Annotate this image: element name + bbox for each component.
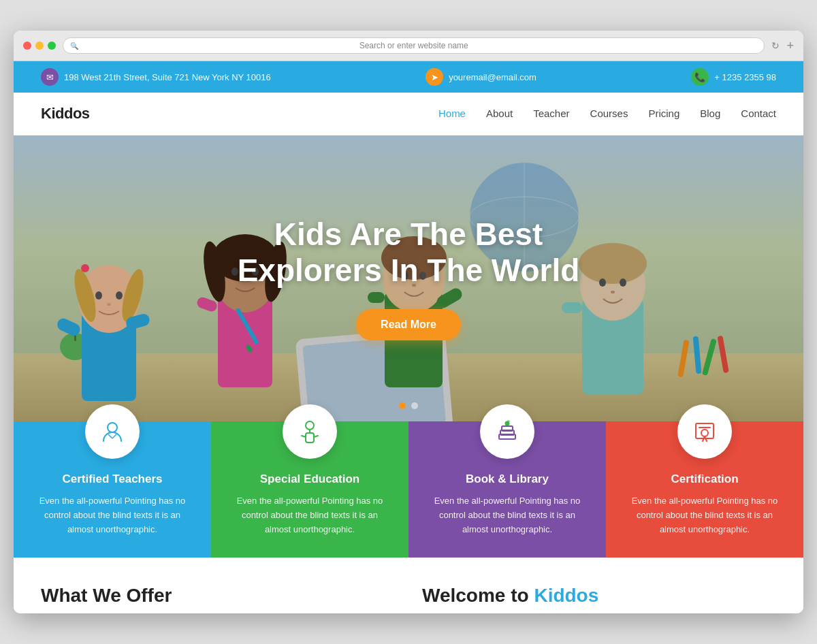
svg-point-54 bbox=[306, 421, 314, 430]
welcome-heading: Welcome to Kiddos bbox=[422, 585, 776, 607]
nav-link-contact[interactable]: Contact bbox=[741, 108, 776, 119]
browser-window: Search or enter website name ↻ + ✉ 198 W… bbox=[14, 31, 803, 613]
certification-icon-circle bbox=[677, 404, 732, 459]
new-tab-button[interactable]: + bbox=[786, 39, 794, 53]
topbar-phone-item: 📞 + 1235 2355 98 bbox=[691, 68, 776, 86]
svg-line-52 bbox=[108, 434, 112, 438]
svg-line-53 bbox=[112, 434, 116, 438]
nav-item-about[interactable]: About bbox=[486, 108, 513, 120]
hero-title-line2: Explorers In The World bbox=[238, 253, 580, 288]
certificate-icon bbox=[691, 418, 718, 445]
website-content: ✉ 198 West 21th Street, Suite 721 New Yo… bbox=[14, 61, 803, 613]
hero-content: Kids Are The Best Explorers In The World… bbox=[224, 203, 594, 354]
maximize-dot[interactable] bbox=[48, 42, 56, 50]
nav-link-blog[interactable]: Blog bbox=[700, 108, 720, 119]
certified-teachers-icon-circle bbox=[85, 404, 140, 459]
what-we-offer-heading: What We Offer bbox=[41, 585, 395, 607]
topbar-email: youremail@email.com bbox=[449, 72, 536, 82]
book-library-desc: Even the all-powerful Pointing has no co… bbox=[425, 494, 590, 536]
close-dot[interactable] bbox=[23, 42, 31, 50]
phone-icon: 📞 bbox=[691, 68, 709, 86]
topbar-phone: + 1235 2355 98 bbox=[714, 72, 776, 82]
nav-link-teacher[interactable]: Teacher bbox=[533, 108, 569, 119]
feature-card-special-education: Special Education Even the all-powerful … bbox=[211, 421, 408, 557]
nav-link-courses[interactable]: Courses bbox=[590, 108, 628, 119]
welcome-brand: Kiddos bbox=[534, 585, 598, 606]
hero-title-line1: Kids Are The Best bbox=[274, 216, 543, 252]
nav-link-pricing[interactable]: Pricing bbox=[648, 108, 679, 119]
topbar-email-item: ➤ youremail@email.com bbox=[426, 68, 536, 86]
minimize-dot[interactable] bbox=[35, 42, 44, 50]
feature-card-certified-teachers: Certified Teachers Even the all-powerful… bbox=[14, 421, 211, 557]
special-education-title: Special Education bbox=[227, 472, 392, 486]
certified-teachers-title: Certified Teachers bbox=[30, 472, 195, 486]
bottom-section: What We Offer Welcome to Kiddos bbox=[14, 558, 803, 613]
certification-desc: Even the all-powerful Pointing has no co… bbox=[622, 494, 787, 536]
welcome-section: Welcome to Kiddos bbox=[422, 585, 776, 607]
svg-rect-55 bbox=[306, 433, 314, 442]
topbar-address: 198 West 21th Street, Suite 721 New York… bbox=[64, 72, 271, 82]
hero-dot-1[interactable] bbox=[399, 402, 406, 409]
svg-point-62 bbox=[505, 421, 510, 426]
certified-teachers-desc: Even the all-powerful Pointing has no co… bbox=[30, 494, 195, 536]
nav-item-home[interactable]: Home bbox=[438, 108, 466, 120]
nav-item-blog[interactable]: Blog bbox=[700, 108, 720, 120]
browser-titlebar: Search or enter website name ↻ + bbox=[14, 31, 803, 61]
hero-read-more-button[interactable]: Read More bbox=[356, 309, 461, 340]
site-logo[interactable]: Kiddos bbox=[41, 105, 90, 123]
nav-links: Home About Teacher Courses Pricing Blog … bbox=[438, 108, 776, 120]
topbar: ✉ 198 West 21th Street, Suite 721 New Yo… bbox=[14, 61, 803, 93]
certification-title: Certification bbox=[622, 472, 787, 486]
address-icon: ✉ bbox=[41, 68, 59, 86]
special-education-desc: Even the all-powerful Pointing has no co… bbox=[227, 494, 392, 536]
what-we-offer-section: What We Offer bbox=[41, 585, 395, 607]
nav-item-pricing[interactable]: Pricing bbox=[648, 108, 679, 120]
nav-item-contact[interactable]: Contact bbox=[741, 108, 776, 120]
book-library-icon-circle bbox=[480, 404, 534, 459]
refresh-button[interactable]: ↻ bbox=[771, 40, 780, 51]
address-bar-text: Search or enter website name bbox=[359, 41, 468, 50]
nav-link-about[interactable]: About bbox=[486, 108, 513, 119]
topbar-address-item: ✉ 198 West 21th Street, Suite 721 New Yo… bbox=[41, 68, 271, 86]
books-icon bbox=[494, 418, 521, 445]
nav-item-courses[interactable]: Courses bbox=[590, 108, 628, 120]
special-education-icon-circle bbox=[283, 404, 337, 459]
book-library-title: Book & Library bbox=[425, 472, 590, 486]
email-icon: ➤ bbox=[426, 68, 443, 86]
svg-point-51 bbox=[108, 423, 117, 432]
svg-line-67 bbox=[705, 436, 707, 441]
feature-card-book-library: Book & Library Even the all-powerful Poi… bbox=[408, 421, 606, 557]
teacher-icon bbox=[99, 418, 126, 445]
hero-dots bbox=[399, 402, 418, 409]
features-section: Certified Teachers Even the all-powerful… bbox=[14, 421, 803, 557]
svg-point-64 bbox=[701, 430, 708, 436]
nav-link-home[interactable]: Home bbox=[438, 108, 466, 119]
student-icon bbox=[296, 418, 323, 445]
hero-title: Kids Are The Best Explorers In The World bbox=[238, 216, 580, 289]
feature-card-certification: Certification Even the all-powerful Poin… bbox=[606, 421, 803, 557]
navbar: Kiddos Home About Teacher Courses Pricin… bbox=[14, 93, 803, 135]
address-bar[interactable]: Search or enter website name bbox=[63, 37, 765, 54]
browser-dots bbox=[23, 42, 56, 50]
hero-section: Kids Are The Best Explorers In The World… bbox=[14, 135, 803, 421]
hero-dot-2[interactable] bbox=[411, 402, 418, 409]
nav-item-teacher[interactable]: Teacher bbox=[533, 108, 569, 120]
